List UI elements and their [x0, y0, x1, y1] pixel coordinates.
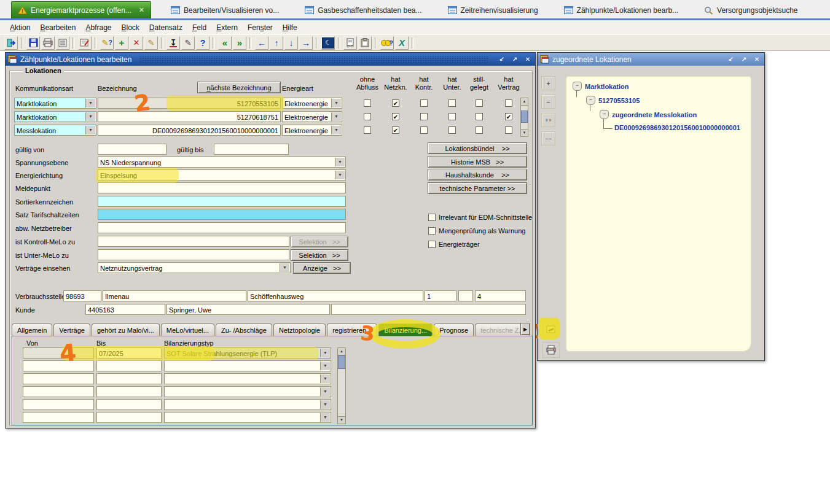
stillgelegt-checkbox[interactable]: [476, 126, 483, 134]
hat-netzkn-checkbox[interactable]: ✔: [392, 126, 399, 134]
chevron-down-icon[interactable]: ▼: [320, 413, 330, 422]
kunde-name-field[interactable]: Springer, Uwe: [166, 304, 330, 315]
energierichtung-select[interactable]: Einspeisung▼: [98, 169, 346, 180]
expand-node-button[interactable]: +: [541, 76, 555, 90]
close-icon[interactable]: ✕: [139, 6, 144, 14]
chevron-down-icon[interactable]: ▼: [331, 126, 341, 134]
kommunikationsart-select[interactable]: Messlokation▼: [14, 125, 96, 136]
verbrauchsstelle-ort-field[interactable]: Ilmenau: [103, 290, 246, 301]
menu-feld[interactable]: Feld: [187, 22, 211, 33]
tree-item-zugeordnete-messlokation[interactable]: −zugeordnete Messlokation: [600, 110, 697, 119]
energietraeger-checkbox[interactable]: [428, 241, 436, 248]
scroll-up-icon[interactable]: ▲: [338, 348, 345, 355]
bezeichnung-field[interactable]: 51270553105: [98, 98, 281, 109]
mengenpruefung-checkbox[interactable]: [428, 227, 436, 235]
bis-field[interactable]: [96, 373, 162, 384]
minimize-icon[interactable]: ↙: [497, 55, 507, 64]
hat-vertrag-checkbox[interactable]: [505, 126, 512, 134]
hat-vertrag-checkbox[interactable]: ✔: [505, 113, 512, 120]
meldepunkt-field[interactable]: [98, 182, 346, 193]
hausnr-field[interactable]: 1: [425, 290, 456, 301]
kunde-nr-field[interactable]: 4405163: [85, 304, 165, 315]
list-icon[interactable]: [56, 36, 69, 50]
chevron-down-icon[interactable]: ▼: [85, 112, 95, 121]
minimize-icon[interactable]: ↙: [726, 55, 736, 64]
tab-bilanzierung[interactable]: Bilanzierung... 3: [378, 324, 433, 336]
navigate-up-icon[interactable]: ↑: [270, 36, 283, 50]
tree-item-messlokation-id[interactable]: DE0009269869301201560010000000001: [614, 124, 740, 131]
restore-icon[interactable]: ↗: [510, 55, 520, 64]
von-field[interactable]: [23, 412, 94, 423]
delete-record-icon[interactable]: ✕: [130, 36, 143, 50]
scroll-down-icon[interactable]: ▼: [338, 416, 345, 424]
wohnung-field[interactable]: 4: [475, 290, 526, 301]
naechste-bezeichnung-button[interactable]: nächste Bezeichnung: [197, 82, 281, 93]
chevron-down-icon[interactable]: ▼: [280, 263, 289, 272]
menu-aktion[interactable]: Aktion: [5, 22, 35, 33]
currency-help-icon[interactable]: ?: [380, 36, 394, 50]
collapse-node-button[interactable]: −: [541, 95, 555, 109]
spannungsebene-select[interactable]: NS Niederspannung▼: [98, 157, 346, 168]
gueltig-von-field[interactable]: [98, 144, 166, 155]
chevron-down-icon[interactable]: ▼: [320, 374, 330, 383]
historie-msb-button[interactable]: Historie MSB >>: [428, 156, 527, 168]
tab-prognose[interactable]: Prognose: [434, 324, 474, 336]
hausnr-zusatz-field[interactable]: [458, 290, 473, 301]
bilanzierungstyp-select[interactable]: ▼: [164, 373, 331, 384]
stillgelegt-checkbox[interactable]: [476, 99, 483, 107]
chevron-down-icon[interactable]: ▼: [320, 349, 330, 357]
kommunikationsart-select[interactable]: Marktlokation▼: [14, 111, 96, 122]
scrollbar-thumb[interactable]: [338, 355, 345, 369]
energieart-select[interactable]: Elektroenergie▼: [282, 111, 342, 122]
save-icon[interactable]: [26, 36, 40, 50]
bezeichnung-field[interactable]: DE0009269869301201560010000000001: [98, 125, 281, 136]
ohne-abfluss-checkbox[interactable]: [364, 113, 371, 120]
tab-versorgungsobjektsuche[interactable]: Versorgungsobjektsuche: [698, 2, 804, 18]
bis-field[interactable]: 07/2025: [96, 347, 162, 359]
scrollbar-thumb[interactable]: [521, 110, 528, 123]
collapse-all-button[interactable]: −−: [541, 131, 555, 145]
edit-icon[interactable]: ✎: [181, 36, 195, 50]
chevron-down-icon[interactable]: ▼: [320, 400, 330, 409]
von-field[interactable]: [23, 347, 94, 359]
hat-unter-checkbox[interactable]: [448, 126, 456, 134]
bezeichnung-field[interactable]: 51270618751: [98, 111, 281, 122]
clipboard-icon[interactable]: [358, 36, 372, 50]
first-record-icon[interactable]: «: [218, 36, 232, 50]
tab-zeitreihenvisualisierung[interactable]: Zeitreihenvisualisierung: [442, 2, 544, 18]
navigate-right-icon[interactable]: →: [299, 36, 313, 50]
bilanzierungstyp-select[interactable]: SOT Solare Strahlungsenergie (TLP)▼: [164, 347, 331, 359]
unter-selektion-button[interactable]: Selektion >>: [291, 249, 348, 261]
menu-datensatz[interactable]: Datensatz: [144, 22, 187, 33]
tab-zu-abschlaege[interactable]: Zu- /Abschläge: [216, 324, 272, 336]
table-scrollbar[interactable]: ▲ ▼: [337, 347, 346, 424]
menu-abfrage[interactable]: Abfrage: [80, 22, 116, 33]
expand-all-button[interactable]: ++: [541, 113, 555, 127]
verbrauchsstelle-nr-field[interactable]: 98693: [63, 290, 101, 301]
tab-registrieren[interactable]: registrieren...: [327, 324, 377, 336]
bilanzierungstyp-select[interactable]: ▼: [164, 412, 331, 423]
main-window-titlebar[interactable]: Zählpunkte/Lokationen bearbeiten ↙ ↗ ✕: [6, 53, 535, 66]
lokationsbuendel-button[interactable]: Lokationsbündel >>: [428, 142, 527, 154]
chevron-down-icon[interactable]: ▼: [85, 99, 95, 107]
close-icon[interactable]: ✕: [523, 55, 533, 64]
technische-parameter-button[interactable]: technische Parameter >>: [428, 182, 527, 194]
print-icon[interactable]: [41, 36, 55, 50]
kunde-zusatz-field[interactable]: [331, 304, 526, 315]
collapse-node-icon[interactable]: −: [586, 96, 595, 105]
exit-icon[interactable]: [4, 36, 18, 50]
menu-hilfe[interactable]: Hilfe: [278, 22, 302, 33]
kontroll-melo-field[interactable]: [98, 236, 289, 247]
menu-fenster[interactable]: Fenster: [243, 22, 278, 33]
bis-field[interactable]: [96, 399, 162, 410]
locations-scrollbar[interactable]: ▲ ▼: [520, 98, 528, 137]
anzeige-button[interactable]: Anzeige >>: [293, 262, 351, 274]
stillgelegt-checkbox[interactable]: [476, 113, 483, 120]
menu-bearbeiten[interactable]: Bearbeiten: [35, 22, 80, 33]
verbrauchsstelle-strasse-field[interactable]: Schöffenhausweg: [248, 290, 423, 301]
chevron-down-icon[interactable]: ▼: [335, 158, 345, 166]
hat-vertrag-checkbox[interactable]: [505, 99, 512, 107]
von-field[interactable]: [23, 360, 94, 371]
hat-unter-checkbox[interactable]: [448, 113, 456, 120]
von-field[interactable]: [23, 386, 94, 397]
